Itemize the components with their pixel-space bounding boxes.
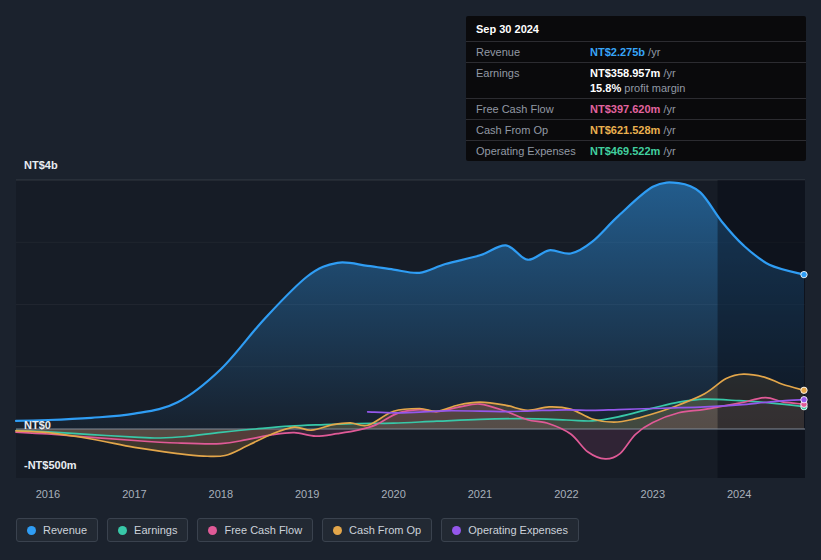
tooltip-value: NT$621.528m	[590, 124, 660, 136]
x-tick-label: 2018	[209, 488, 233, 500]
x-tick-label: 2016	[36, 488, 60, 500]
legend-label: Operating Expenses	[468, 524, 568, 536]
x-tick-label: 2021	[468, 488, 492, 500]
legend-item-revenue[interactable]: Revenue	[16, 518, 98, 542]
tooltip-value: NT$358.957m	[590, 67, 660, 79]
legend: Revenue Earnings Free Cash Flow Cash Fro…	[16, 518, 579, 542]
tooltip-date: Sep 30 2024	[466, 16, 806, 42]
cash-from-op-end-marker	[801, 387, 807, 393]
tooltip-row-free-cash-flow: Free Cash Flow NT$397.620m /yr	[466, 99, 806, 120]
legend-item-free-cash-flow[interactable]: Free Cash Flow	[197, 518, 313, 542]
highlight-band	[718, 180, 805, 478]
tooltip-row-operating-expenses: Operating Expenses NT$469.522m /yr	[466, 141, 806, 161]
legend-label: Free Cash Flow	[224, 524, 302, 536]
earnings-dot-icon	[118, 526, 127, 535]
legend-item-operating-expenses[interactable]: Operating Expenses	[441, 518, 579, 542]
legend-item-cash-from-op[interactable]: Cash From Op	[322, 518, 432, 542]
y-axis-label-neg500m: -NT$500m	[24, 459, 77, 471]
revenue-dot-icon	[27, 526, 36, 535]
tooltip-row-earnings: Earnings NT$358.957m /yr 15.8% profit ma…	[466, 63, 806, 99]
legend-label: Earnings	[134, 524, 177, 536]
y-axis-label-4b: NT$4b	[24, 159, 58, 171]
legend-label: Cash From Op	[349, 524, 421, 536]
revenue-end-marker	[801, 271, 807, 277]
tooltip-suffix: /yr	[663, 124, 675, 136]
legend-item-earnings[interactable]: Earnings	[107, 518, 188, 542]
tooltip-value: NT$2.275b	[590, 46, 645, 58]
free-cash-flow-dot-icon	[208, 526, 217, 535]
tooltip-label: Revenue	[476, 46, 590, 58]
tooltip-row-cash-from-op: Cash From Op NT$621.528m /yr	[466, 120, 806, 141]
tooltip-suffix: /yr	[648, 46, 660, 58]
tooltip-panel: Sep 30 2024 Revenue NT$2.275b /yr Earnin…	[466, 16, 806, 161]
tooltip-suffix: /yr	[663, 103, 675, 115]
profit-margin-value: 15.8%	[590, 82, 621, 94]
tooltip-row-revenue: Revenue NT$2.275b /yr	[466, 42, 806, 63]
tooltip-value: NT$397.620m	[590, 103, 660, 115]
x-tick-label: 2024	[727, 488, 751, 500]
x-tick-label: 2019	[295, 488, 319, 500]
tooltip-label: Operating Expenses	[476, 145, 590, 157]
x-tick-label: 2017	[122, 488, 146, 500]
tooltip-label: Cash From Op	[476, 124, 590, 136]
tooltip-suffix: /yr	[663, 145, 675, 157]
tooltip-value: NT$469.522m	[590, 145, 660, 157]
legend-label: Revenue	[43, 524, 87, 536]
tooltip-label: Earnings	[476, 67, 590, 79]
profit-margin-label: profit margin	[624, 82, 685, 94]
earnings-revenue-history-panel: NT$4b NT$0 -NT$500m 20162017201820192020…	[0, 0, 821, 560]
cash-from-op-dot-icon	[333, 526, 342, 535]
tooltip-suffix: /yr	[663, 67, 675, 79]
y-axis-label-zero: NT$0	[24, 419, 51, 431]
x-tick-label: 2020	[381, 488, 405, 500]
operating-expenses-end-marker	[801, 397, 807, 403]
x-tick-label: 2023	[641, 488, 665, 500]
x-tick-label: 2022	[554, 488, 578, 500]
tooltip-label: Free Cash Flow	[476, 103, 590, 115]
operating-expenses-dot-icon	[452, 526, 461, 535]
